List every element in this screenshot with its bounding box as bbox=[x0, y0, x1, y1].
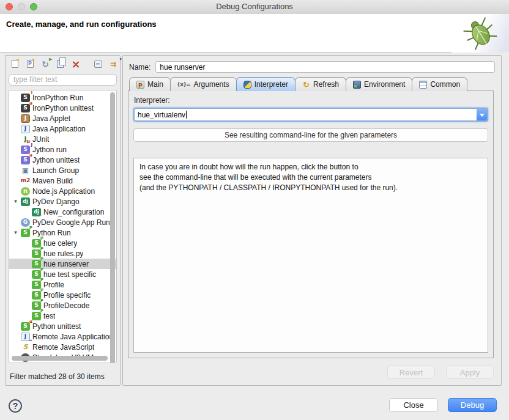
common-icon bbox=[419, 81, 427, 89]
tree-item-pydev-google-app-run[interactable]: ▼ PyDev Google App Run bbox=[9, 217, 116, 227]
tab-interpreter[interactable]: Interpreter bbox=[236, 77, 295, 91]
remote-js-icon bbox=[21, 343, 30, 352]
tree-item-new-configuration[interactable]: ▼ New_configuration bbox=[9, 207, 116, 217]
maven-icon bbox=[21, 177, 30, 185]
interpreter-value: hue_virtualenv bbox=[138, 111, 185, 119]
tree-item-jython-unittest[interactable]: ▼ Jython unittest bbox=[9, 155, 116, 165]
tree-item-jython-run[interactable]: ▼ Jython run bbox=[9, 144, 116, 155]
tree-item-java-applet[interactable]: ▼ Java Applet bbox=[9, 113, 116, 123]
tree-item-hue-test-specific[interactable]: ▼ hue test specific bbox=[9, 269, 116, 279]
tab-common[interactable]: Common bbox=[412, 77, 467, 91]
new-prototype-icon bbox=[27, 60, 34, 68]
name-label: Name: bbox=[129, 63, 150, 72]
tree-horizontal-scrollbar[interactable] bbox=[12, 356, 108, 361]
help-button[interactable]: ? bbox=[9, 399, 22, 413]
tree-item-remote-java-application[interactable]: ▼ Remote Java Application bbox=[9, 331, 116, 342]
tab-environment[interactable]: Environment bbox=[346, 77, 412, 91]
tree-item-python-run[interactable]: ▼ Python Run bbox=[9, 227, 116, 238]
configurations-sidebar: ▼ IronPython Run ▼ IronPython unittest ▼… bbox=[5, 55, 121, 386]
tree-item-remote-javascript[interactable]: ▼ Remote JavaScript bbox=[9, 342, 116, 352]
jython-run-icon bbox=[21, 146, 30, 154]
ironpython-run-icon bbox=[21, 94, 30, 102]
duplicate-icon bbox=[56, 60, 65, 68]
expand-arrow-icon[interactable]: ▼ bbox=[13, 199, 18, 204]
configurations-tree: ▼ IronPython Run ▼ IronPython unittest ▼… bbox=[9, 90, 117, 363]
delete-icon bbox=[72, 60, 81, 68]
launch-group-icon bbox=[21, 166, 30, 175]
jython-unittest-icon bbox=[21, 156, 30, 164]
arguments-icon bbox=[177, 81, 191, 89]
tree-item-hue-runserver[interactable]: ▼ hue runserver bbox=[9, 259, 116, 269]
python-icon bbox=[32, 312, 41, 320]
collapse-all-icon bbox=[94, 61, 102, 68]
python-icon bbox=[32, 301, 41, 310]
dialog-header: Create, manage, and run configurations bbox=[0, 14, 509, 53]
collapse-all-button[interactable] bbox=[92, 59, 103, 70]
java-applet-icon bbox=[21, 114, 30, 123]
tree-item-hue-celery[interactable]: ▼ hue celery bbox=[9, 238, 116, 248]
interpreter-tab-icon bbox=[243, 81, 251, 89]
name-input[interactable] bbox=[155, 61, 495, 73]
new-configuration-icon bbox=[12, 60, 18, 68]
title-bar: Debug Configurations bbox=[0, 0, 509, 13]
tree-item-pydev-django[interactable]: ▼ PyDev Django bbox=[9, 196, 116, 207]
tab-arguments[interactable]: Arguments bbox=[170, 77, 237, 91]
expand-arrow-icon[interactable]: ▼ bbox=[13, 230, 18, 235]
filter-status: Filter matched 28 of 30 items bbox=[10, 372, 105, 381]
interpreter-label: Interpreter: bbox=[134, 96, 488, 105]
tree-item-ironpython-unittest[interactable]: ▼ IronPython unittest bbox=[9, 103, 116, 113]
python-icon bbox=[32, 260, 41, 268]
tree-item-node-js-application[interactable]: ▼ Node.js Application bbox=[9, 186, 116, 196]
python-icon bbox=[32, 239, 41, 248]
remote-java-icon bbox=[21, 333, 30, 341]
tree-item-junit[interactable]: ▼ JUnit bbox=[9, 134, 116, 144]
ironpython-unittest-icon bbox=[21, 104, 30, 112]
java-application-icon bbox=[21, 125, 30, 133]
interpreter-tab-panel: Interpreter: hue_virtualenv See resultin… bbox=[128, 90, 494, 358]
python-unittest-icon bbox=[21, 322, 30, 331]
tree-item-ironpython-run[interactable]: ▼ IronPython Run bbox=[9, 92, 116, 103]
environment-icon bbox=[353, 81, 361, 89]
main-tab-icon bbox=[136, 81, 144, 89]
interpreter-combobox[interactable]: hue_virtualenv bbox=[133, 108, 488, 122]
python-icon bbox=[32, 291, 41, 300]
close-button[interactable]: Close bbox=[389, 398, 438, 412]
python-icon bbox=[32, 281, 41, 289]
apply-button[interactable]: Apply bbox=[446, 366, 494, 379]
interpreter-dropdown-button[interactable] bbox=[477, 109, 487, 120]
configuration-detail-panel: Name: Main Arguments Interpreter Refresh bbox=[122, 55, 502, 386]
revert-button[interactable]: Revert bbox=[387, 366, 435, 379]
run-info-text: In case you are in doubt how will the ru… bbox=[133, 158, 488, 353]
tree-item-profile[interactable]: ▼ Profile bbox=[9, 279, 116, 290]
new-prototype-button[interactable] bbox=[24, 59, 35, 70]
duplicate-button[interactable] bbox=[55, 59, 66, 70]
delete-button[interactable] bbox=[70, 59, 81, 70]
tree-item-maven-build[interactable]: ▼ Maven Build bbox=[9, 175, 116, 186]
filter-menu-button[interactable] bbox=[108, 59, 119, 70]
sidebar-toolbar bbox=[6, 56, 120, 72]
tab-main[interactable]: Main bbox=[129, 77, 171, 91]
export-button[interactable] bbox=[40, 59, 51, 70]
python-icon bbox=[32, 249, 41, 258]
tab-refresh[interactable]: Refresh bbox=[295, 77, 346, 91]
window-title: Debug Configurations bbox=[0, 2, 509, 11]
filter-input[interactable] bbox=[9, 74, 117, 86]
python-icon bbox=[32, 270, 41, 279]
filter-icon bbox=[107, 60, 119, 68]
debug-button[interactable]: Debug bbox=[448, 398, 497, 412]
tree-item-profile-specific[interactable]: ▼ Profile specific bbox=[9, 290, 116, 300]
tree-item-launch-group[interactable]: ▼ Launch Group bbox=[9, 165, 116, 175]
tree-vertical-scrollbar[interactable] bbox=[110, 92, 115, 363]
junit-icon bbox=[21, 135, 30, 144]
refresh-icon bbox=[302, 81, 310, 89]
see-command-line-button[interactable]: See resulting command-line for the given… bbox=[133, 128, 488, 142]
tree-item-test[interactable]: ▼ test bbox=[9, 311, 116, 321]
tree-item-profiledecode[interactable]: ▼ ProfileDecode bbox=[9, 300, 116, 311]
tree-item-python-unittest[interactable]: ▼ Python unittest bbox=[9, 321, 116, 331]
new-configuration-button[interactable] bbox=[9, 59, 20, 70]
tree-item-hue-rules-py[interactable]: ▼ hue rules.py bbox=[9, 248, 116, 259]
tree-item-java-application[interactable]: ▼ Java Application bbox=[9, 123, 116, 134]
gae-icon bbox=[21, 218, 30, 227]
nodejs-icon bbox=[21, 187, 30, 196]
django-icon bbox=[21, 197, 30, 206]
